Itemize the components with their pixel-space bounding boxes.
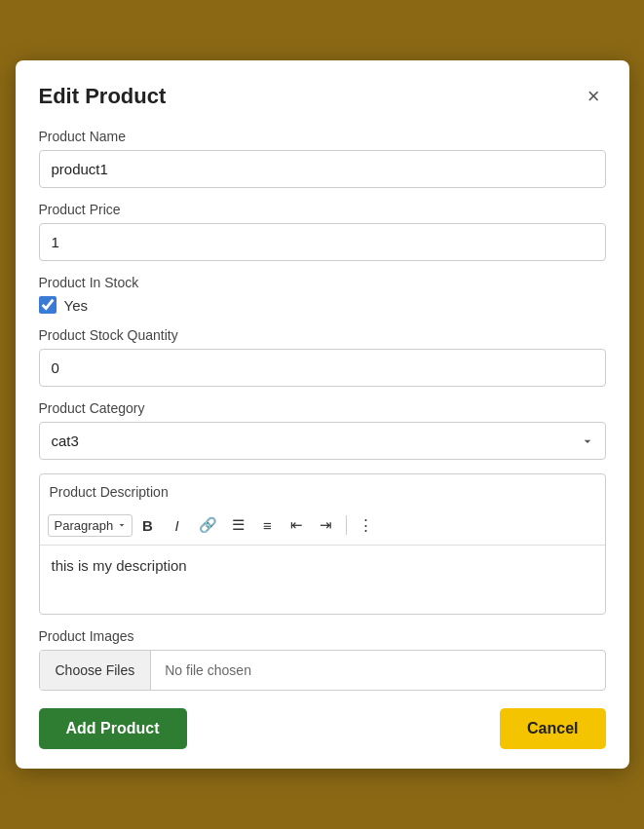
product-in-stock-yes-label: Yes — [64, 297, 88, 314]
modal-header: Edit Product × — [39, 84, 606, 109]
edit-product-modal: Edit Product × Product Name Product Pric… — [16, 60, 629, 769]
product-price-label: Product Price — [39, 202, 606, 217]
bold-icon: B — [142, 517, 153, 534]
italic-button[interactable]: I — [164, 511, 191, 539]
product-name-input[interactable] — [39, 150, 606, 188]
product-stock-quantity-label: Product Stock Quantity — [39, 327, 606, 343]
no-file-text: No file chosen — [151, 651, 604, 690]
italic-icon: I — [174, 517, 178, 534]
close-button[interactable]: × — [582, 84, 606, 109]
more-options-icon: ⋮ — [359, 516, 373, 534]
product-description-box: Product Description Paragraph Heading 1 … — [39, 473, 606, 615]
product-price-input[interactable] — [39, 223, 606, 261]
product-in-stock-row: Yes — [39, 296, 606, 314]
product-name-group: Product Name — [39, 129, 606, 188]
editor-format-select[interactable]: Paragraph Heading 1 Heading 2 Heading 3 — [48, 514, 133, 537]
modal-title: Edit Product — [39, 84, 167, 109]
product-stock-quantity-input[interactable] — [39, 349, 606, 387]
cancel-button[interactable]: Cancel — [500, 708, 605, 749]
ordered-list-icon: ≡ — [263, 517, 272, 534]
toolbar-divider — [346, 515, 347, 535]
add-product-button[interactable]: Add Product — [39, 708, 187, 749]
indent-icon: ⇥ — [320, 516, 332, 534]
product-category-group: Product Category cat1 cat2 cat3 cat4 — [39, 400, 606, 460]
product-in-stock-checkbox[interactable] — [39, 296, 57, 314]
outdent-button[interactable]: ⇤ — [284, 511, 311, 539]
product-images-label: Product Images — [39, 628, 606, 644]
outdent-icon: ⇤ — [290, 516, 303, 534]
bullet-list-icon: ☰ — [232, 516, 245, 534]
product-description-label: Product Description — [40, 474, 605, 506]
product-in-stock-label: Product In Stock — [39, 275, 606, 290]
choose-files-button[interactable]: Choose Files — [40, 651, 152, 690]
editor-toolbar: Paragraph Heading 1 Heading 2 Heading 3 … — [40, 506, 605, 546]
bullet-list-button[interactable]: ☰ — [225, 511, 252, 539]
product-in-stock-group: Product In Stock Yes — [39, 275, 606, 314]
indent-button[interactable]: ⇥ — [313, 511, 340, 539]
editor-content-area[interactable]: this is my description — [40, 546, 605, 614]
modal-footer: Add Product Cancel — [39, 708, 606, 749]
link-button[interactable]: 🔗 — [193, 511, 223, 539]
product-category-label: Product Category — [39, 400, 606, 416]
product-price-group: Product Price — [39, 202, 606, 261]
file-input-row: Choose Files No file chosen — [39, 650, 606, 691]
bold-button[interactable]: B — [134, 511, 162, 539]
product-stock-quantity-group: Product Stock Quantity — [39, 327, 606, 387]
ordered-list-button[interactable]: ≡ — [254, 511, 282, 539]
more-options-button[interactable]: ⋮ — [353, 511, 380, 539]
product-category-select[interactable]: cat1 cat2 cat3 cat4 — [39, 422, 606, 460]
product-images-group: Product Images Choose Files No file chos… — [39, 628, 606, 691]
product-name-label: Product Name — [39, 129, 606, 144]
link-icon: 🔗 — [199, 516, 217, 534]
